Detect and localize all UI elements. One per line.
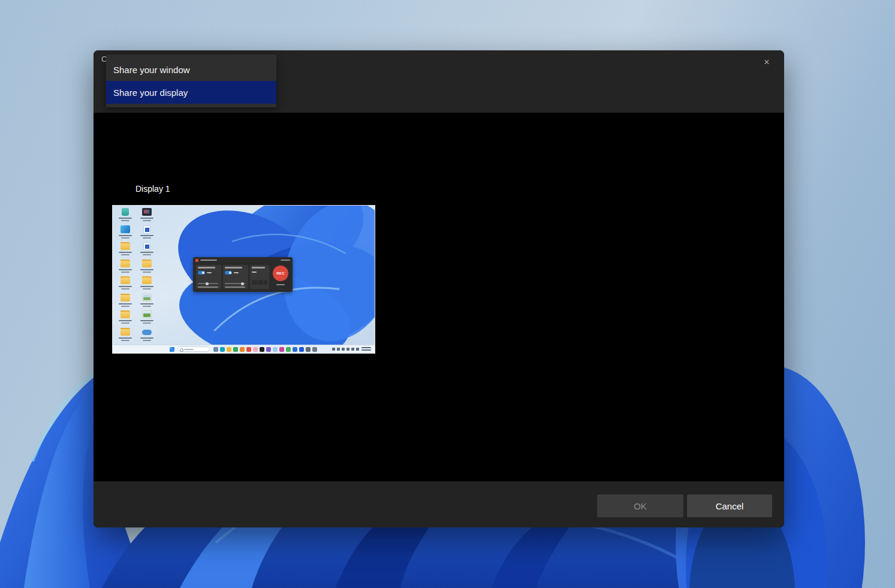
desktop-icon-picture-green	[139, 310, 155, 326]
recorder-title-text	[200, 260, 217, 261]
close-icon[interactable]: ×	[758, 54, 776, 71]
webcam-icon	[252, 267, 265, 269]
desktop-icon-cloud	[139, 328, 155, 343]
desktop-icon-picture	[139, 294, 155, 309]
thumbnail-taskbar	[113, 345, 375, 353]
recorder-window-controls	[281, 260, 290, 261]
desktop-icon-folder	[117, 242, 133, 258]
desktop-icon-word-doc	[139, 242, 155, 258]
desktop-icon-folder	[117, 328, 133, 343]
dialog-body: Display 1	[94, 113, 784, 481]
webcam-timer-card	[250, 265, 269, 289]
taskbar-app-icon	[306, 347, 311, 352]
taskbar-app-icon	[246, 347, 251, 352]
screen-recorder-panel: REC	[193, 257, 293, 292]
desktop-icon-grid	[113, 206, 161, 345]
taskbar-clock	[361, 347, 371, 352]
cancel-button[interactable]: Cancel	[687, 494, 772, 517]
taskbar-app-icon	[253, 347, 258, 352]
share-dialog: C × Share your window Share your display…	[94, 50, 784, 527]
search-pill	[177, 346, 210, 352]
taskbar-app-icons	[213, 347, 317, 352]
taskbar-app-icon	[293, 347, 297, 352]
dialog-footer: OK Cancel	[94, 481, 784, 527]
system-tray-icons	[332, 348, 359, 351]
system-sounds-toggle	[225, 271, 232, 275]
taskbar-app-icon	[286, 347, 291, 352]
menu-option-share-window[interactable]: Share your window	[106, 58, 276, 81]
desktop-icon-folder	[117, 276, 133, 292]
recorder-titlebar	[193, 257, 293, 263]
menu-option-share-display[interactable]: Share your display	[106, 81, 276, 104]
desktop-icon-picture-dark	[139, 208, 155, 224]
recorder-app-icon	[195, 259, 198, 262]
taskbar-app-icon	[233, 347, 238, 352]
desktop-icon-recycle-bin	[117, 208, 133, 224]
ok-button[interactable]: OK	[597, 494, 683, 517]
display-1-thumbnail[interactable]: REC	[112, 205, 375, 354]
share-type-dropdown: Share your window Share your display	[106, 55, 276, 107]
desktop-icon-folder	[117, 260, 133, 275]
desktop-icon-folder	[117, 310, 133, 326]
taskbar-app-icon	[220, 347, 225, 352]
taskbar-app-icon	[213, 347, 218, 352]
rec-button: REC	[273, 266, 288, 281]
taskbar-app-icon	[312, 347, 317, 352]
start-icon	[170, 347, 174, 352]
taskbar-app-icon	[240, 347, 245, 352]
microphone-icon	[198, 267, 215, 269]
desktop-icon-monitor	[117, 225, 133, 241]
taskbar-app-icon	[273, 347, 278, 352]
speaker-icon	[225, 267, 242, 269]
desktop-icon-word-doc	[139, 225, 155, 241]
taskbar-app-icon	[299, 347, 304, 352]
taskbar-app-icon	[266, 347, 271, 352]
desktop-icon-folder	[117, 294, 133, 309]
desktop-icon-folder	[139, 276, 155, 292]
taskbar-app-icon	[260, 347, 264, 352]
display-1-label: Display 1	[135, 184, 170, 194]
desktop-icon-folder	[139, 260, 155, 275]
microphone-card	[196, 265, 221, 289]
microphone-toggle	[198, 271, 205, 275]
taskbar-app-icon	[279, 347, 284, 352]
system-sounds-card	[223, 265, 248, 289]
taskbar-app-icon	[227, 347, 231, 352]
